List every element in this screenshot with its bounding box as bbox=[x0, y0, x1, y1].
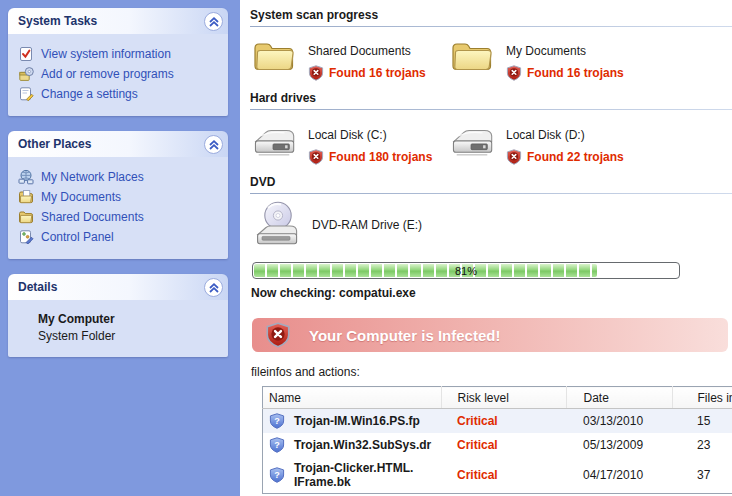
hard-drives-row: Local Disk (C:) Found 180 trojans Local … bbox=[252, 126, 732, 165]
other-places-header: Other Places bbox=[8, 131, 228, 157]
column-header-name[interactable]: Name bbox=[263, 387, 442, 409]
found-trojans-status: Found 16 trojans bbox=[308, 65, 426, 81]
page-title: System scan progress bbox=[250, 8, 732, 22]
scan-item-local-disk-c[interactable]: Local Disk (C:) Found 180 trojans bbox=[252, 126, 450, 165]
threats-table-header-row: Name Risk level Date Files infected bbox=[263, 387, 732, 409]
threat-name: Trojan-IM.Win16.PS.fp bbox=[294, 414, 420, 428]
documents-row: Shared Documents Found 16 trojans My Doc… bbox=[252, 37, 732, 81]
scan-progress-percent: 81% bbox=[253, 265, 679, 277]
sidebar-item-my-network-places[interactable]: My Network Places bbox=[18, 169, 222, 185]
shared-documents-icon bbox=[18, 209, 34, 225]
sidebar-item-label: Shared Documents bbox=[41, 210, 144, 224]
found-trojans-status: Found 22 trojans bbox=[506, 149, 624, 165]
sidebar-item-label: My Network Places bbox=[41, 170, 144, 184]
threats-table: Name Risk level Date Files infected Troj… bbox=[262, 386, 732, 494]
threat-risk-level: Critical bbox=[457, 468, 498, 482]
dvd-heading: DVD bbox=[250, 175, 732, 189]
control-panel-icon bbox=[18, 229, 34, 245]
system-tasks-header: System Tasks bbox=[8, 8, 228, 34]
details-body: My Computer System Folder bbox=[8, 300, 228, 357]
threat-row[interactable]: Trojan.Win32.SubSys.dr Critical 05/13/20… bbox=[263, 433, 732, 457]
scan-item-name: My Documents bbox=[506, 44, 624, 58]
scan-item-name: Local Disk (D:) bbox=[506, 128, 624, 142]
details-item-name: My Computer bbox=[38, 312, 222, 326]
dvd-drive-icon bbox=[252, 200, 300, 248]
infection-warning-banner: Your Computer is Infected! bbox=[252, 318, 728, 352]
details-title: Details bbox=[18, 280, 57, 294]
folder-icon bbox=[450, 37, 494, 73]
scan-item-local-disk-d[interactable]: Local Disk (D:) Found 22 trojans bbox=[450, 126, 648, 165]
threat-row[interactable]: Trojan-Clicker.HTML. IFrame.bk Critical … bbox=[263, 457, 732, 494]
chevron-up-icon bbox=[206, 13, 222, 29]
blue-question-shield-icon bbox=[269, 437, 285, 453]
found-trojans-label: Found 16 trojans bbox=[527, 66, 624, 80]
sidebar-item-change-a-settings[interactable]: Change a settings bbox=[18, 86, 222, 102]
threat-date: 05/13/2009 bbox=[566, 433, 672, 457]
my-computer-window: System Tasks View system information Add… bbox=[0, 0, 732, 496]
threat-files-infected: 15 bbox=[672, 409, 732, 434]
hard-drives-heading: Hard drives bbox=[250, 91, 732, 105]
scan-item-shared-documents[interactable]: Shared Documents Found 16 trojans bbox=[252, 37, 450, 81]
column-header-date[interactable]: Date bbox=[566, 387, 672, 409]
red-shield-icon bbox=[308, 149, 324, 165]
sidebar-item-view-system-information[interactable]: View system information bbox=[18, 46, 222, 62]
threat-row[interactable]: Trojan-IM.Win16.PS.fp Critical 03/13/201… bbox=[263, 409, 732, 434]
hard-disk-icon bbox=[450, 126, 494, 158]
now-checking-status: Now checking: compatui.exe bbox=[251, 286, 732, 300]
threat-risk-level: Critical bbox=[457, 414, 498, 428]
red-shield-icon bbox=[308, 65, 324, 81]
red-shield-icon bbox=[506, 149, 522, 165]
other-places-panel: Other Places My Network Places My Docume… bbox=[8, 131, 228, 259]
found-trojans-label: Found 16 trojans bbox=[329, 66, 426, 80]
threat-date: 03/13/2010 bbox=[566, 409, 672, 434]
scan-progress-bar: 81% bbox=[252, 262, 680, 279]
scan-content-area: System scan progress Shared Documents Fo… bbox=[240, 0, 732, 496]
scan-item-name: Local Disk (C:) bbox=[308, 128, 432, 142]
found-trojans-label: Found 180 trojans bbox=[329, 150, 432, 164]
details-header: Details bbox=[8, 274, 228, 300]
sidebar-item-shared-documents[interactable]: Shared Documents bbox=[18, 209, 222, 225]
system-tasks-body: View system information Add or remove pr… bbox=[8, 34, 228, 116]
sidebar-item-label: View system information bbox=[41, 47, 171, 61]
collapse-button[interactable] bbox=[204, 12, 223, 31]
collapse-button[interactable] bbox=[204, 135, 223, 154]
details-panel: Details My Computer System Folder bbox=[8, 274, 228, 357]
collapse-button[interactable] bbox=[204, 278, 223, 297]
sidebar-item-label: Control Panel bbox=[41, 230, 114, 244]
dvd-row: DVD-RAM Drive (E:) bbox=[252, 200, 732, 248]
system-tasks-title: System Tasks bbox=[18, 14, 97, 28]
other-places-body: My Network Places My Documents Shared Do… bbox=[8, 157, 228, 259]
sidebar-item-control-panel[interactable]: Control Panel bbox=[18, 229, 222, 245]
my-documents-icon bbox=[18, 189, 34, 205]
scan-item-name: Shared Documents bbox=[308, 44, 426, 58]
network-places-icon bbox=[18, 169, 34, 185]
infection-warning-text: Your Computer is Infected! bbox=[309, 327, 500, 344]
threat-files-infected: 23 bbox=[672, 433, 732, 457]
scan-item-dvd-ram-drive[interactable]: DVD-RAM Drive (E:) bbox=[252, 200, 450, 248]
folder-icon bbox=[252, 37, 296, 73]
task-pane-sidebar: System Tasks View system information Add… bbox=[0, 0, 240, 496]
threat-name: Trojan.Win32.SubSys.dr bbox=[294, 438, 426, 452]
red-shield-icon bbox=[506, 65, 522, 81]
change-settings-icon bbox=[18, 86, 34, 102]
threat-files-infected: 37 bbox=[672, 457, 732, 494]
sidebar-item-label: Change a settings bbox=[41, 87, 138, 101]
scan-item-my-documents[interactable]: My Documents Found 16 trojans bbox=[450, 37, 648, 81]
system-information-icon bbox=[18, 46, 34, 62]
chevron-up-icon bbox=[206, 136, 222, 152]
fileinfos-label: fileinfos and actions: bbox=[251, 365, 732, 379]
blue-question-shield-icon bbox=[269, 413, 285, 429]
threat-date: 04/17/2010 bbox=[566, 457, 672, 494]
column-header-files-infected[interactable]: Files infected bbox=[672, 387, 732, 409]
column-header-risk-level[interactable]: Risk level bbox=[441, 387, 566, 409]
threat-risk-level: Critical bbox=[457, 438, 498, 452]
red-shield-icon bbox=[265, 322, 291, 348]
found-trojans-status: Found 16 trojans bbox=[506, 65, 624, 81]
other-places-title: Other Places bbox=[18, 137, 91, 151]
section-divider bbox=[250, 193, 732, 194]
blue-question-shield-icon bbox=[269, 467, 285, 483]
add-remove-programs-icon bbox=[18, 66, 34, 82]
sidebar-item-add-remove-programs[interactable]: Add or remove programs bbox=[18, 66, 222, 82]
sidebar-item-my-documents[interactable]: My Documents bbox=[18, 189, 222, 205]
scan-item-name: DVD-RAM Drive (E:) bbox=[312, 218, 422, 232]
